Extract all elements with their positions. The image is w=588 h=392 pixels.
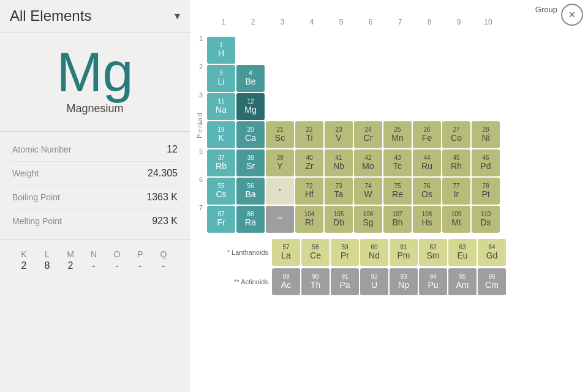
element-cell[interactable]: 4Be xyxy=(236,65,265,92)
element-cell[interactable]: 59Pr xyxy=(331,239,359,266)
element-cell[interactable]: 105Db xyxy=(325,206,353,233)
element-cell[interactable] xyxy=(266,65,294,92)
dropdown-icon[interactable]: ▾ xyxy=(175,9,180,23)
element-cell[interactable]: 45Rh xyxy=(442,149,470,176)
element-cell[interactable] xyxy=(383,93,412,120)
element-cell[interactable]: 20Ca xyxy=(236,121,265,148)
element-cell[interactable]: 39Y xyxy=(266,149,294,176)
element-cell[interactable]: 61Pm xyxy=(390,239,418,266)
element-cell[interactable]: 40Zr xyxy=(295,149,323,176)
element-cell[interactable]: 25Mn xyxy=(383,121,412,148)
element-cell[interactable]: 108Hs xyxy=(413,206,441,233)
element-cell[interactable]: 3Li xyxy=(207,65,235,92)
element-cell[interactable]: 64Gd xyxy=(478,239,506,266)
all-elements-title[interactable]: All Elements xyxy=(10,7,91,24)
element-cell[interactable] xyxy=(472,65,500,92)
element-cell[interactable]: 93Np xyxy=(390,268,418,295)
element-cell[interactable]: 37Rb xyxy=(207,149,235,176)
element-cell[interactable]: 87Fr xyxy=(207,206,235,233)
element-cell[interactable]: 41Nb xyxy=(325,149,353,176)
element-cell[interactable]: 96Cm xyxy=(478,268,506,295)
element-cell[interactable] xyxy=(325,65,353,92)
element-cell[interactable] xyxy=(442,65,470,92)
element-symbol-cell: Ra xyxy=(245,217,256,228)
element-cell[interactable] xyxy=(413,65,441,92)
element-cell[interactable] xyxy=(472,93,500,120)
element-cell[interactable]: 78Pt xyxy=(472,178,500,205)
element-cell[interactable]: 63Eu xyxy=(448,239,477,266)
element-cell[interactable] xyxy=(354,65,382,92)
element-cell[interactable]: 58Ce xyxy=(301,239,330,266)
element-cell[interactable] xyxy=(295,37,323,64)
element-cell[interactable]: 90Th xyxy=(301,268,330,295)
element-cell[interactable] xyxy=(413,37,441,64)
element-cell[interactable] xyxy=(266,93,294,120)
element-number: 91 xyxy=(341,273,348,280)
element-cell[interactable]: 94Pu xyxy=(419,268,447,295)
element-cell[interactable]: 92U xyxy=(360,268,388,295)
element-cell[interactable]: 42Mo xyxy=(354,149,382,176)
element-symbol-cell: H xyxy=(218,48,224,59)
element-cell[interactable] xyxy=(266,37,294,64)
element-cell[interactable] xyxy=(354,93,382,120)
element-cell[interactable] xyxy=(442,37,470,64)
element-cell[interactable] xyxy=(442,93,470,120)
element-cell[interactable]: 1H xyxy=(207,37,235,64)
element-cell[interactable] xyxy=(354,37,382,64)
element-cell[interactable]: 60Nd xyxy=(360,239,388,266)
config-shell-value: 2 xyxy=(59,260,82,271)
element-cell[interactable]: 21Sc xyxy=(266,121,294,148)
element-cell[interactable]: * xyxy=(266,178,294,205)
element-cell[interactable] xyxy=(472,37,500,64)
element-cell[interactable]: 11Na xyxy=(207,93,235,120)
element-symbol-cell: Np xyxy=(398,280,409,290)
element-cell[interactable]: 22Ti xyxy=(295,121,323,148)
element-cell[interactable] xyxy=(383,37,412,64)
element-cell[interactable] xyxy=(325,93,353,120)
element-cell[interactable]: 74W xyxy=(354,178,382,205)
element-cell[interactable]: 28Ni xyxy=(472,121,500,148)
element-cell[interactable]: 106Sg xyxy=(354,206,382,233)
element-cell[interactable] xyxy=(236,37,265,64)
element-cell[interactable]: 62Sm xyxy=(419,239,447,266)
element-cell[interactable] xyxy=(383,65,412,92)
element-cell[interactable]: 55Cs xyxy=(207,178,235,205)
close-button[interactable]: × xyxy=(561,4,583,26)
element-cell[interactable]: 77Ir xyxy=(442,178,470,205)
element-cell[interactable]: 24Cr xyxy=(354,121,382,148)
element-cell[interactable]: 23V xyxy=(325,121,353,148)
element-cell[interactable] xyxy=(325,37,353,64)
element-number: 45 xyxy=(453,154,459,161)
element-symbol-cell: Os xyxy=(421,189,432,200)
element-cell[interactable]: 72Hf xyxy=(295,178,323,205)
element-cell[interactable]: 107Bh xyxy=(383,206,412,233)
element-number: 92 xyxy=(371,273,377,280)
element-cell[interactable] xyxy=(413,93,441,120)
element-cell[interactable]: 104Rf xyxy=(295,206,323,233)
element-cell[interactable]: 26Fe xyxy=(413,121,441,148)
element-cell[interactable]: 110Ds xyxy=(472,206,500,233)
element-cell[interactable]: 56Ba xyxy=(236,178,265,205)
element-cell[interactable]: 19K xyxy=(207,121,235,148)
element-cell[interactable]: ** xyxy=(266,206,294,233)
element-cell[interactable]: 95Am xyxy=(448,268,477,295)
element-cell[interactable]: 76Os xyxy=(413,178,441,205)
element-cell[interactable]: 109Mt xyxy=(442,206,470,233)
element-number: 95 xyxy=(459,273,466,280)
element-cell[interactable] xyxy=(295,93,323,120)
element-cell[interactable]: 43Tc xyxy=(383,149,412,176)
element-cell[interactable]: 91Pa xyxy=(331,268,359,295)
element-cell[interactable]: 75Re xyxy=(383,178,412,205)
element-symbol-cell: Li xyxy=(218,77,225,87)
element-number: 88 xyxy=(247,211,254,217)
element-cell[interactable]: 12Mg xyxy=(236,93,265,120)
element-cell[interactable]: 46Pd xyxy=(472,149,500,176)
element-cell[interactable]: 57La xyxy=(272,239,300,266)
element-cell[interactable]: 44Ru xyxy=(413,149,441,176)
element-cell[interactable]: 27Co xyxy=(442,121,470,148)
element-cell[interactable]: 88Ra xyxy=(236,206,265,233)
element-cell[interactable]: 73Ta xyxy=(325,178,353,205)
element-cell[interactable] xyxy=(295,65,323,92)
element-cell[interactable]: 38Sr xyxy=(236,149,265,176)
element-cell[interactable]: 89Ac xyxy=(272,268,300,295)
